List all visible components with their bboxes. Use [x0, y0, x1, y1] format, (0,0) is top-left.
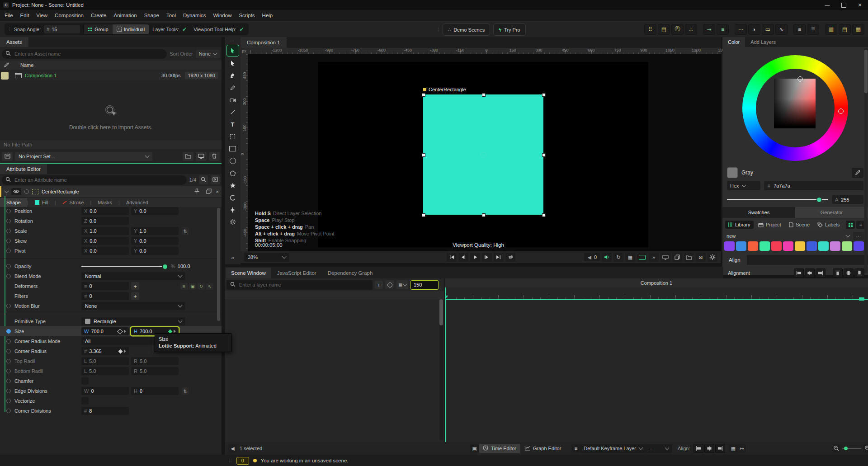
viewport[interactable]: Composition 1 px -1200-1050-900-750-600-… — [241, 37, 721, 263]
attribute-tab-masks[interactable]: Masks — [91, 198, 118, 207]
value-field[interactable]: Z0.0 — [81, 217, 129, 225]
layer-tools-check-icon[interactable]: ✓ — [182, 26, 187, 33]
zoom-select-button[interactable] — [199, 175, 208, 184]
selection-handle[interactable] — [422, 153, 425, 157]
frame-badge[interactable]: 0 — [236, 457, 249, 465]
keyframe-radio[interactable] — [6, 369, 11, 373]
keyframe-layer-dropdown[interactable]: Default Keyframe Layer — [580, 444, 646, 453]
swatch-options-button[interactable]: ⋯ — [853, 232, 864, 240]
value-field[interactable]: L5.0 — [81, 367, 129, 375]
keyframe-radio[interactable] — [6, 229, 11, 233]
keyframe-layer-icon[interactable]: ≡ — [571, 444, 580, 452]
attribute-tab-advanced[interactable]: Advanced — [120, 198, 155, 207]
attr-row-chamfer[interactable]: Chamfer — [0, 376, 222, 386]
opacity-slider-knob[interactable] — [162, 264, 168, 269]
swatch-color-7[interactable] — [807, 241, 817, 251]
add-layer-button[interactable]: + — [375, 281, 383, 289]
current-frame-field[interactable]: 150 — [410, 280, 439, 290]
value-field[interactable]: Y0.0 — [131, 247, 179, 255]
value-field[interactable]: W0 — [81, 387, 129, 395]
align-center-h-icon[interactable] — [805, 268, 815, 278]
collapse-chevron-icon[interactable] — [5, 189, 9, 193]
menu-help[interactable]: Help — [259, 13, 277, 18]
demo-scenes-button[interactable]: ∴Demo Scenes — [443, 24, 490, 36]
value-field[interactable]: W700.0 — [81, 327, 129, 335]
keyframe-radio[interactable] — [6, 399, 11, 403]
attr-row-rotation[interactable]: RotationZ0.0 — [0, 216, 222, 226]
zoom-level-dropdown[interactable]: 38% — [244, 253, 289, 262]
selection-handle[interactable] — [482, 93, 486, 97]
maximize-button[interactable] — [835, 0, 852, 10]
menu-edit[interactable]: Edit — [17, 13, 33, 18]
color-mode-dropdown[interactable]: Hex — [727, 181, 760, 190]
link-values-icon[interactable]: ⇅ — [182, 227, 189, 235]
pin-button[interactable] — [193, 188, 202, 195]
timeline-zoom-knob[interactable] — [844, 447, 848, 450]
filter-ball-button[interactable] — [385, 280, 394, 289]
swatch-color-11[interactable] — [854, 241, 864, 251]
zoom-in-button[interactable] — [863, 444, 868, 452]
menu-create[interactable]: Create — [87, 13, 110, 18]
filter-dropdown[interactable]: - — [646, 444, 672, 453]
grid-overlay-icon[interactable]: ▦ — [625, 253, 635, 262]
value-field[interactable]: ≡0 — [81, 282, 129, 290]
hue-marker[interactable] — [838, 108, 844, 114]
attr-checkbox[interactable] — [81, 397, 89, 405]
current-color-swatch[interactable] — [727, 167, 738, 178]
sort-order-dropdown[interactable]: None — [196, 50, 220, 58]
keyframe-radio[interactable] — [6, 379, 11, 383]
source-labels[interactable]: Labels — [814, 221, 843, 229]
shift-keys-button[interactable]: ↦ — [737, 444, 746, 452]
reveal-button[interactable] — [196, 152, 207, 161]
tab-javascript-editor[interactable]: JavaScript Editor — [272, 268, 322, 278]
keyframe-radio[interactable] — [6, 209, 11, 213]
frame-all-button[interactable]: ▣ — [470, 444, 479, 452]
keyframe-radio[interactable] — [6, 409, 11, 413]
swatches-tab[interactable]: Swatches — [722, 207, 795, 218]
back-icon[interactable]: ◀ — [228, 444, 237, 452]
drag-grip-icon[interactable]: ⁞ — [9, 27, 11, 32]
selection-handle[interactable] — [542, 213, 546, 217]
layout-grid-icon[interactable]: ⠿ — [644, 24, 656, 35]
source-library[interactable]: Library — [725, 221, 754, 229]
layer-search[interactable] — [226, 280, 373, 290]
attr-row-deformers[interactable]: Deformers≡0+≡▣↻∿ — [0, 281, 222, 291]
attr-row-motion-blur[interactable]: Motion BlurNone — [0, 301, 222, 311]
grid-view-button[interactable] — [846, 221, 855, 229]
columns-icon[interactable]: ▥ — [825, 24, 837, 35]
tab-scene-window[interactable]: Scene Window — [226, 268, 271, 278]
align-bottom-icon[interactable] — [854, 268, 864, 278]
attr-row-edge-divisions[interactable]: Edge DivisionsW0H0⇅ — [0, 386, 222, 396]
rectangle-tool[interactable] — [227, 143, 239, 154]
menu-scripts[interactable]: Scripts — [235, 13, 258, 18]
text-justify-icon[interactable]: ≣ — [807, 24, 819, 35]
value-field[interactable]: X0.0 — [81, 207, 129, 215]
viewport-settings-icon[interactable] — [708, 253, 717, 262]
project-set-dropdown[interactable]: No Project Set... — [15, 152, 152, 161]
tool-settings[interactable] — [227, 217, 239, 227]
open-folder-button[interactable] — [183, 152, 193, 161]
skip-start-button[interactable] — [447, 253, 457, 262]
attr-checkbox[interactable] — [81, 377, 89, 385]
rows-icon[interactable]: ▤ — [839, 24, 851, 35]
swatch-set-name[interactable]: new — [726, 233, 736, 239]
pivot-point-icon[interactable] — [481, 152, 486, 158]
attr-row-primitive-type[interactable]: Primitive TypeRectangle — [0, 316, 222, 326]
value-field[interactable]: R5.0 — [131, 367, 179, 375]
value-field[interactable]: X0.0 — [81, 247, 129, 255]
swatch-color-5[interactable] — [783, 241, 793, 251]
swatch-color-9[interactable] — [830, 241, 840, 251]
picker-icon[interactable] — [4, 62, 9, 69]
loop-button[interactable] — [505, 253, 515, 262]
clear-search-button[interactable] — [211, 175, 220, 184]
expand-panel-icon[interactable]: » — [649, 253, 659, 262]
alpha-slider[interactable] — [727, 199, 828, 200]
add-item-button[interactable]: + — [131, 292, 139, 300]
attr-row-opacity[interactable]: Opacity%100.0 — [0, 261, 222, 271]
snap-angle-field[interactable]: #15 — [44, 25, 80, 33]
value-field[interactable]: R5.0 — [131, 357, 179, 365]
camera-tool[interactable] — [227, 94, 239, 105]
keyframe-radio[interactable] — [6, 264, 11, 268]
value-field[interactable]: L5.0 — [81, 357, 129, 365]
align-left-icon[interactable] — [794, 268, 804, 278]
